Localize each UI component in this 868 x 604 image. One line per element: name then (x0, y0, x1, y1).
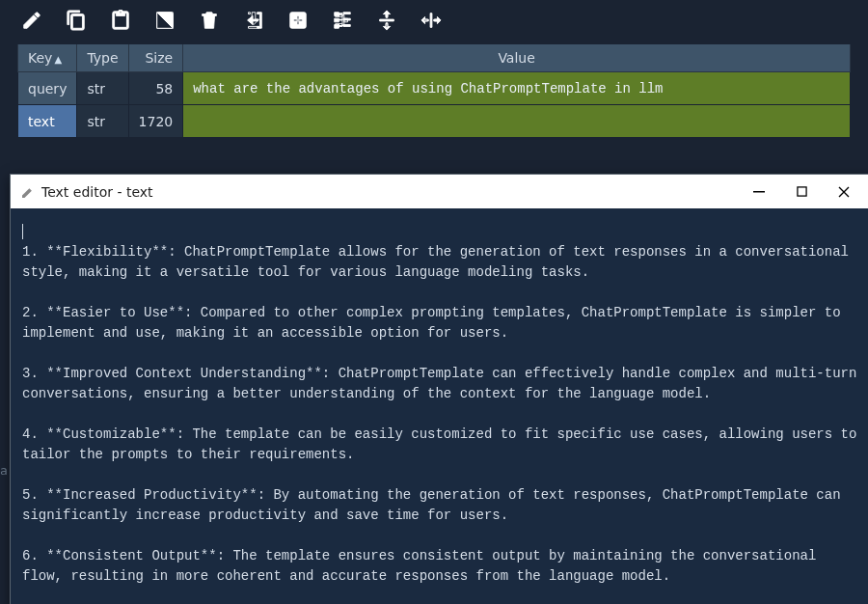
minimize-button[interactable] (738, 175, 780, 208)
svg-rect-3 (797, 187, 805, 196)
col-value[interactable]: Value (183, 44, 851, 72)
table-header-row: Key▲ Type Size Value (18, 44, 851, 72)
maximize-button[interactable] (780, 175, 823, 208)
close-button[interactable] (823, 175, 865, 208)
table-row[interactable]: text str 1720 (18, 105, 851, 138)
toolbar (0, 0, 868, 44)
cell-value[interactable]: what are the advantages of using ChatPro… (183, 72, 851, 105)
cell-type[interactable]: str (77, 72, 128, 105)
table-row[interactable]: query str 58 what are the advantages of … (18, 72, 851, 105)
cell-key[interactable]: text (18, 105, 77, 138)
cell-value[interactable] (183, 105, 851, 138)
editor-titlebar[interactable]: Text editor - text (11, 175, 868, 208)
sort-asc-icon: ▲ (54, 54, 62, 65)
cell-size[interactable]: 58 (128, 72, 183, 105)
col-key[interactable]: Key▲ (18, 44, 77, 72)
text-editor-window: Text editor - text 1. **Flexibility**: C… (10, 174, 868, 604)
import-icon[interactable] (243, 10, 264, 31)
cell-key[interactable]: query (18, 72, 77, 105)
insert-row-icon[interactable] (376, 10, 397, 31)
editor-text[interactable]: 1. **Flexibility**: ChatPromptTemplate a… (11, 208, 868, 604)
delete-icon[interactable] (199, 10, 220, 31)
col-type[interactable]: Type (77, 44, 128, 72)
cell-type[interactable]: str (77, 105, 128, 138)
svg-rect-2 (753, 191, 765, 193)
text-caret (22, 224, 23, 239)
add-icon[interactable] (287, 10, 309, 31)
insert-col-icon[interactable] (420, 10, 442, 31)
editor-title-text: Text editor - text (41, 184, 738, 200)
tree-icon[interactable] (332, 10, 353, 31)
contrast-icon[interactable] (154, 10, 176, 31)
copy-icon[interactable] (66, 10, 87, 31)
variable-table: Key▲ Type Size Value query str 58 what a… (0, 44, 868, 150)
editor-icon (20, 184, 36, 200)
edit-icon[interactable] (21, 10, 42, 31)
col-size[interactable]: Size (128, 44, 183, 72)
paste-icon[interactable] (110, 10, 131, 31)
cell-size[interactable]: 1720 (128, 105, 183, 138)
